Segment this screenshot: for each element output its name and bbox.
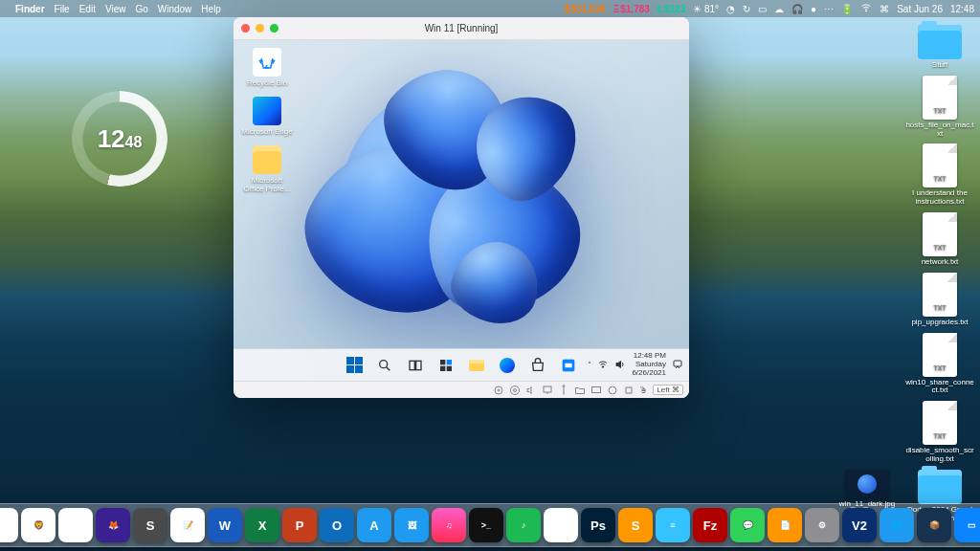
window-close-button[interactable] — [241, 24, 250, 33]
ticker-ltc[interactable]: Ł $123 — [657, 4, 685, 14]
tray-network-icon[interactable] — [597, 359, 609, 370]
dock-word[interactable]: W — [208, 508, 242, 542]
menu-help[interactable]: Help — [201, 4, 221, 14]
vm-status-display-icon[interactable] — [590, 385, 602, 396]
vm-guest-screen[interactable]: Recycle Bin Microsoft Edge Microsoft Off… — [234, 40, 689, 381]
menu-window[interactable]: Window — [158, 4, 192, 14]
taskbar-explorer-button[interactable] — [464, 353, 489, 378]
menu-edit[interactable]: Edit — [79, 4, 96, 14]
dock-stack[interactable]: ≡ — [656, 508, 690, 542]
dock-virtualbox[interactable]: 📦 — [917, 508, 951, 542]
dock-spotify[interactable]: ♪ — [506, 508, 541, 542]
menubar-headphones-icon[interactable]: 🎧 — [791, 4, 803, 14]
vm-status-disk-icon[interactable] — [493, 385, 504, 396]
dock-powerpoint[interactable]: P — [282, 508, 317, 542]
dock-monitor[interactable]: ▭ — [954, 508, 980, 542]
taskbar-edge-button[interactable] — [495, 353, 520, 378]
dock-firefox[interactable]: 🦊 — [96, 508, 130, 542]
menubar-wifi-icon[interactable] — [860, 2, 872, 15]
vm-status-recording-icon[interactable] — [607, 385, 618, 396]
vm-status-shared-folders-icon[interactable] — [574, 385, 586, 396]
vm-statusbar: 🖱 Left ⌘ — [234, 381, 689, 398]
dock-excel[interactable]: X — [245, 508, 279, 542]
vm-status-optical-icon[interactable] — [509, 385, 521, 396]
svg-rect-13 — [674, 361, 681, 366]
tray-clock[interactable]: 12:48 PM Saturday 6/26/2021 — [632, 352, 666, 377]
dock-vnc[interactable]: V2 — [842, 508, 877, 542]
menubar-sync-icon[interactable]: ↻ — [743, 4, 750, 14]
dock-calendar[interactable]: 26 — [0, 508, 18, 542]
ticker-btc[interactable]: ₿ $31,536 — [566, 4, 606, 14]
window-minimize-button[interactable] — [256, 24, 264, 33]
menubar-more-icon[interactable]: ⋯ — [824, 4, 834, 14]
menubar-time[interactable]: 12:48 — [950, 4, 974, 14]
menubar-timer-icon[interactable]: ◔ — [726, 4, 735, 14]
vm-status-usb-icon[interactable] — [558, 385, 569, 396]
dock-globe[interactable]: 🌐 — [880, 508, 914, 542]
dock-brave[interactable]: 🦁 — [21, 508, 56, 542]
menu-file[interactable]: File — [55, 4, 70, 14]
dock-appstore[interactable]: A — [357, 508, 391, 542]
win-desktop-office[interactable]: Microsoft Office Profe... — [241, 145, 293, 193]
dock-slack[interactable]: ✱ — [544, 508, 578, 542]
vm-status-audio-icon[interactable] — [525, 385, 537, 396]
svg-rect-23 — [592, 386, 601, 392]
txt-file-icon — [923, 401, 957, 445]
desktop-file-pip[interactable]: pip_upgrades.txt — [905, 273, 974, 327]
tray-volume-icon[interactable] — [614, 359, 626, 370]
vm-titlebar[interactable]: Win 11 [Running] — [234, 17, 689, 40]
txt-file-icon — [923, 212, 957, 256]
taskbar-search-button[interactable] — [372, 353, 397, 378]
dock-outlook[interactable]: O — [320, 508, 354, 542]
menu-go[interactable]: Go — [135, 4, 147, 14]
vm-hostkey-indicator[interactable]: Left ⌘ — [653, 385, 683, 395]
desktop-file-hosts[interactable]: hosts_file_on_mac.txt — [905, 76, 974, 139]
svg-marker-18 — [527, 386, 531, 393]
dock-sublime[interactable]: S — [133, 508, 167, 542]
taskbar-start-button[interactable] — [342, 353, 367, 378]
app-name-menu[interactable]: Finder — [15, 4, 45, 14]
vm-status-cpu-icon[interactable] — [623, 385, 635, 396]
dock-filezilla[interactable]: Fz — [693, 508, 727, 542]
desktop-file-disable-scroll[interactable]: disable_smooth_scrolling.txt — [905, 401, 974, 464]
svg-point-15 — [498, 389, 500, 391]
svg-rect-4 — [416, 361, 421, 369]
menubar-battery-icon[interactable]: 🔋 — [841, 4, 853, 14]
svg-rect-10 — [565, 363, 572, 367]
taskbar-store-button[interactable] — [525, 353, 550, 378]
tray-notifications-icon[interactable] — [672, 359, 683, 370]
dock-sublime2[interactable]: S — [618, 508, 653, 542]
dock-terminal[interactable]: >_ — [469, 508, 503, 542]
menubar-date[interactable]: Sat Jun 26 — [897, 4, 943, 14]
taskbar-mail-button[interactable] — [556, 353, 581, 378]
vm-status-mouse-icon[interactable]: 🖱 — [639, 386, 648, 395]
virtualbox-window[interactable]: Win 11 [Running] Recycle Bin Microsoft E… — [234, 17, 689, 398]
win-desktop-recycle-bin[interactable]: Recycle Bin — [241, 48, 293, 87]
ticker-eth[interactable]: Ξ $1,783 — [613, 4, 650, 14]
desktop-file-instructions[interactable]: I understand the instructions.txt — [905, 143, 974, 207]
menubar-weather-icon[interactable]: ☀︎ 81° — [693, 4, 719, 14]
vm-status-network-icon[interactable] — [542, 385, 553, 396]
dock-chrome[interactable]: ◉ — [58, 508, 93, 542]
win-desktop-edge[interactable]: Microsoft Edge — [241, 97, 293, 136]
menubar-dot-icon[interactable]: ● — [811, 4, 816, 14]
tray-chevron-up-icon[interactable]: ˄ — [588, 361, 591, 369]
dock-settings[interactable]: ⚙ — [805, 508, 839, 542]
desktop-folder-stuff[interactable]: Stuff — [905, 25, 974, 70]
menubar-control-center-icon[interactable]: ⌘ — [880, 4, 889, 14]
window-maximize-button[interactable] — [270, 24, 278, 33]
dock-photoshop[interactable]: Ps — [581, 508, 615, 542]
svg-rect-25 — [626, 387, 632, 393]
dock-music[interactable]: ♫ — [432, 508, 466, 542]
dock-messages[interactable]: 💬 — [730, 508, 765, 542]
desktop-file-network[interactable]: network.txt — [905, 212, 974, 267]
dock-pages[interactable]: 📄 — [768, 508, 802, 542]
menubar-display-icon[interactable]: ▭ — [758, 4, 767, 14]
taskbar-widgets-button[interactable] — [434, 353, 458, 378]
menu-view[interactable]: View — [105, 4, 126, 14]
dock-notes[interactable]: 📝 — [170, 508, 205, 542]
dock-preview[interactable]: 🖼 — [394, 508, 429, 542]
taskbar-taskview-button[interactable] — [403, 353, 428, 378]
desktop-file-win10share[interactable]: win10_share_connect.txt — [905, 333, 974, 396]
menubar-cloud-icon[interactable]: ☁ — [774, 4, 784, 14]
